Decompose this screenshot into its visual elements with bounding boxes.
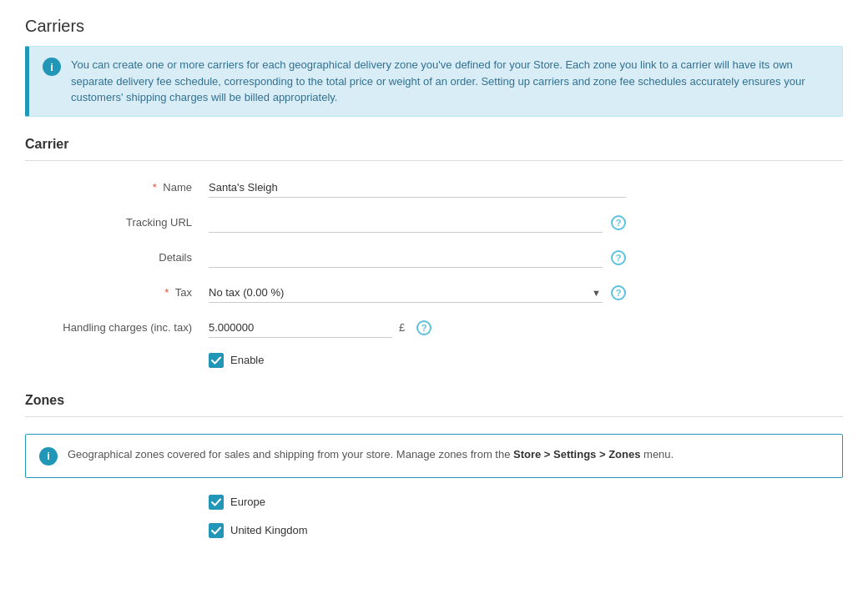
name-label: * Name [42, 181, 209, 194]
name-required-star: * [153, 181, 157, 194]
tax-help-icon[interactable]: ? [611, 285, 626, 300]
details-help-icon[interactable]: ? [611, 250, 626, 265]
tax-select[interactable]: No tax (0.00 %) Standard Rate (20.00 %) [209, 283, 603, 303]
zone-uk-checkbox[interactable] [209, 523, 224, 538]
zones-banner-prefix: Geographical zones covered for sales and… [68, 448, 513, 460]
handling-charges-label: Handling charges (inc. tax) [42, 321, 209, 334]
info-icon: i [43, 58, 61, 76]
zones-banner-link: Store > Settings > Zones [513, 448, 640, 460]
details-field-row: Details ? [25, 248, 843, 268]
zones-section: Zones i Geographical zones covered for s… [25, 393, 843, 538]
zone-uk-label: United Kingdom [230, 524, 308, 536]
enable-checkbox[interactable] [209, 353, 224, 368]
zones-section-title: Zones [25, 393, 843, 417]
zone-europe-label: Europe [230, 496, 265, 508]
info-banner: i You can create one or more carriers fo… [25, 46, 843, 117]
tracking-url-input-wrap: ? [209, 213, 626, 233]
tracking-url-field-row: Tracking URL ? [25, 213, 843, 233]
enable-field-row: Enable [25, 353, 843, 368]
handling-charges-help-icon[interactable]: ? [416, 320, 431, 335]
currency-symbol: £ [399, 321, 405, 334]
zones-banner-text: Geographical zones covered for sales and… [68, 446, 674, 463]
zone-item-uk: United Kingdom [209, 523, 826, 538]
name-input[interactable] [209, 178, 626, 198]
details-input[interactable] [209, 248, 603, 268]
carrier-section: Carrier * Name Tracking URL ? Details ? … [25, 137, 843, 368]
handling-charges-input[interactable] [209, 318, 392, 338]
tracking-url-label: Tracking URL [42, 216, 209, 229]
carrier-section-title: Carrier [25, 137, 843, 161]
tax-select-container: No tax (0.00 %) Standard Rate (20.00 %) … [209, 283, 603, 303]
info-banner-text: You can create one or more carriers for … [71, 57, 829, 106]
name-field-row: * Name [25, 178, 843, 198]
details-label: Details [42, 251, 209, 264]
zone-europe-checkbox[interactable] [209, 495, 224, 510]
tracking-url-help-icon[interactable]: ? [611, 215, 626, 230]
zones-banner: i Geographical zones covered for sales a… [25, 434, 843, 478]
zone-item-europe: Europe [209, 495, 826, 510]
zones-banner-suffix: menu. [640, 448, 674, 460]
tax-field-row: * Tax No tax (0.00 %) Standard Rate (20.… [25, 283, 843, 303]
tax-label: * Tax [42, 286, 209, 299]
zones-list: Europe United Kingdom [25, 495, 843, 538]
details-input-wrap: ? [209, 248, 626, 268]
tracking-url-input[interactable] [209, 213, 603, 233]
name-input-wrap [209, 178, 626, 198]
handling-charges-input-wrap: £ ? [209, 318, 626, 338]
enable-checkbox-wrap: Enable [209, 353, 626, 368]
handling-charges-field-row: Handling charges (inc. tax) £ ? [25, 318, 843, 338]
page-title: Carriers [25, 17, 843, 36]
enable-checkbox-label: Enable [230, 354, 264, 366]
zones-info-icon: i [39, 447, 58, 466]
tax-required-star: * [164, 286, 169, 299]
tax-select-wrap: No tax (0.00 %) Standard Rate (20.00 %) … [209, 283, 626, 303]
